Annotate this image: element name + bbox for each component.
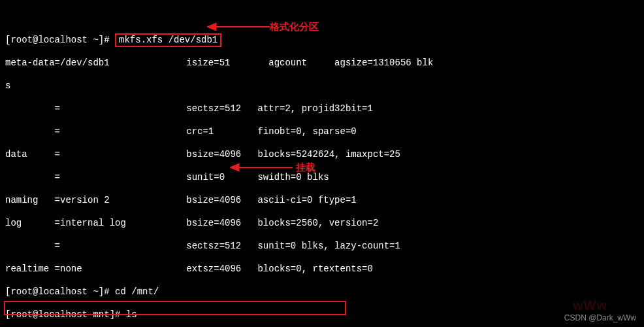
mkfs-out-6: naming =version 2 bsize=4096 ascii-ci=0 … [5,195,639,207]
mkfs-out-2: = sectsz=512 attr=2, projid32bit=1 [5,103,639,115]
mkfs-out-8: = sectsz=512 sunit=0 blks, lazy-count=1 [5,241,639,252]
mkfs-out-3: = crc=1 finobt=0, sparse=0 [5,126,639,138]
arrow-mount-icon [230,162,293,173]
annotation-format-partition: 格式化分区 [270,21,319,33]
csdn-watermark: CSDN @Dark_wWw [564,313,636,323]
mkfs-out-1: s [5,80,639,92]
svg-marker-1 [207,23,216,31]
arrow-format-icon [207,21,270,33]
ls-command-line: [root@localhost mnt]# ls [5,309,639,321]
cd-command-line: [root@localhost ~]# cd /mnt/ [5,286,639,298]
svg-marker-3 [230,164,239,171]
annotation-mount: 挂载 [296,162,315,174]
mkfs-out-9: realtime =none extsz=4096 blocks=0, rtex… [5,264,639,275]
mkfs-out-0: meta-data=/dev/sdb1 isize=51 agcount ags… [5,58,639,69]
terminal-output[interactable]: [root@localhost ~]# mkfs.xfs /dev/sdb1 m… [0,0,644,327]
prompt: [root@localhost ~]# [5,35,115,45]
faint-watermark: wWw [573,298,607,314]
mkfs-command-line: [root@localhost ~]# mkfs.xfs /dev/sdb1 [5,35,639,46]
mkfs-out-5: = sunit=0 swidth=0 blks [5,172,639,184]
mkfs-out-7: log =internal log bsize=4096 blocks=2560… [5,218,639,230]
mkfs-command-highlight: mkfs.xfs /dev/sdb1 [115,33,221,48]
top-blank-line [5,12,639,24]
mkfs-out-4: data = bsize=4096 blocks=5242624, imaxpc… [5,149,639,161]
